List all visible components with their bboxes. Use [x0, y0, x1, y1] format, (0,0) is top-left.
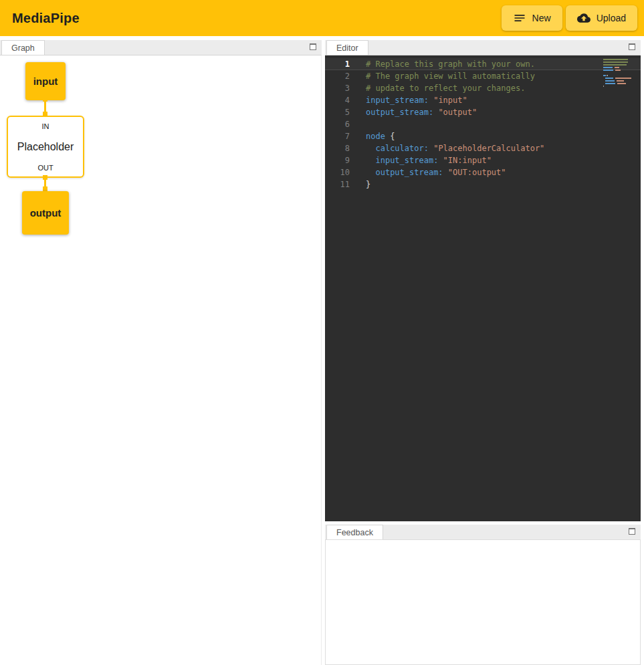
tab-feedback[interactable]: Feedback: [326, 525, 383, 539]
line-number: 11: [325, 178, 350, 190]
popout-icon[interactable]: [310, 43, 316, 50]
upload-button-label: Upload: [597, 13, 626, 23]
feedback-tabbar: Feedback: [325, 525, 641, 539]
new-button-label: New: [532, 13, 551, 23]
graph-node-placeholder[interactable]: IN Placeholder OUT: [7, 116, 84, 178]
edge-connector-dot: [43, 186, 47, 191]
line-number: 7: [325, 130, 350, 142]
tab-graph[interactable]: Graph: [1, 40, 45, 55]
line-number: 2: [325, 70, 350, 82]
code-line[interactable]: 3# update to reflect your changes.: [325, 82, 641, 94]
input-port-label: IN: [42, 122, 49, 130]
line-number: 9: [325, 154, 350, 166]
code-line[interactable]: 11}: [325, 178, 641, 190]
editor-minimap[interactable]: [603, 58, 631, 88]
tab-graph-label: Graph: [11, 43, 35, 53]
app-header: MediaPipe New Upload: [0, 0, 644, 36]
edge-connector-dot: [43, 97, 47, 102]
tab-editor-label: Editor: [336, 43, 358, 53]
code-line[interactable]: 5output_stream: "output": [325, 106, 641, 118]
line-number: 6: [325, 118, 350, 130]
line-number: 3: [325, 82, 350, 94]
tab-editor[interactable]: Editor: [326, 40, 368, 55]
line-number: 1: [325, 58, 350, 70]
feedback-output: [325, 539, 641, 665]
upload-button[interactable]: Upload: [566, 5, 637, 31]
editor-panel: Editor 1# Replace this graph with your o…: [325, 40, 641, 521]
header-buttons: New Upload: [502, 5, 637, 31]
graph-node-output[interactable]: output: [22, 191, 69, 235]
placeholder-node-label: Placeholder: [17, 141, 74, 153]
graph-canvas[interactable]: input IN Placeholder OUT output: [0, 55, 322, 665]
code-line[interactable]: 2# The graph view will automatically: [325, 70, 641, 82]
code-line[interactable]: 7node {: [325, 130, 641, 142]
feedback-panel: Feedback: [325, 525, 641, 665]
new-button[interactable]: New: [502, 5, 562, 31]
graph-panel: Graph input IN Placeholder OUT output: [0, 40, 322, 665]
code-editor[interactable]: 1# Replace this graph with your own.2# T…: [325, 55, 641, 521]
code-line[interactable]: 10 output_stream: "OUT:output": [325, 166, 641, 178]
editor-tabbar: Editor: [325, 40, 641, 55]
line-number: 4: [325, 94, 350, 106]
code-lines[interactable]: 1# Replace this graph with your own.2# T…: [325, 55, 641, 521]
app-title: MediaPipe: [12, 11, 80, 26]
popout-icon[interactable]: [629, 528, 635, 535]
code-line[interactable]: 8 calculator: "PlaceholderCalculator": [325, 142, 641, 154]
code-line[interactable]: 9 input_stream: "IN:input": [325, 154, 641, 166]
tab-feedback-label: Feedback: [336, 528, 373, 537]
line-number: 8: [325, 142, 350, 154]
graph-node-input[interactable]: input: [25, 62, 66, 100]
notes-icon: [513, 11, 526, 25]
edge-connector-dot: [43, 175, 47, 180]
graph-tabbar: Graph: [0, 40, 322, 55]
output-port-label: OUT: [37, 164, 53, 172]
line-number: 5: [325, 106, 350, 118]
popout-icon[interactable]: [629, 43, 635, 50]
code-line[interactable]: 6: [325, 118, 641, 130]
code-line[interactable]: 4input_stream: "input": [325, 94, 641, 106]
cloud-upload-icon: [577, 11, 591, 25]
line-number: 10: [325, 166, 350, 178]
code-line[interactable]: 1# Replace this graph with your own.: [325, 58, 641, 70]
